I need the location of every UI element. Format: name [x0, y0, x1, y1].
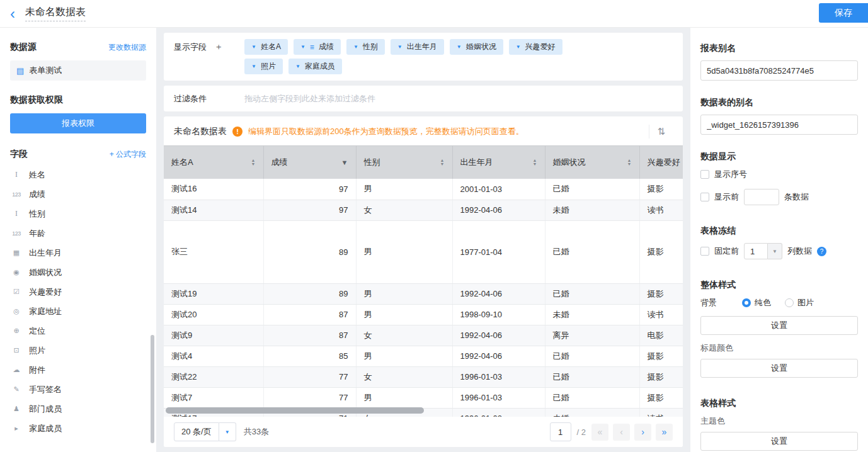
add-field-icon[interactable]: ＋ — [214, 42, 223, 74]
bg-solid-option[interactable]: 纯色 — [742, 297, 771, 308]
table-row: 测试987女1992-04-06离异电影 — [164, 325, 683, 346]
table-cell: 读书 — [639, 200, 683, 220]
table-cell: 女 — [356, 366, 452, 387]
show-index-checkbox[interactable] — [700, 170, 709, 179]
field-item[interactable]: ⊡照片 — [10, 341, 146, 360]
sort-icon[interactable]: ▲▼ — [533, 159, 537, 166]
table-cell: 测试19 — [164, 283, 263, 304]
freeze-checkbox[interactable] — [700, 247, 709, 256]
field-item[interactable]: 123成绩 — [10, 184, 146, 204]
sort-icon[interactable]: ▲▼ — [440, 159, 445, 166]
field-item[interactable]: ☁附件 — [10, 360, 146, 380]
help-icon[interactable]: ? — [817, 247, 826, 256]
column-header[interactable]: 婚姻状况▲▼ — [545, 146, 639, 179]
table-cell: 张三 — [164, 220, 263, 283]
display-field-chip[interactable]: ▼婚姻状况 — [450, 39, 503, 55]
chevron-down-icon[interactable]: ▼ — [768, 243, 782, 259]
field-item[interactable]: ▸家庭成员 — [10, 419, 146, 438]
chevron-down-icon[interactable]: ▼ — [300, 44, 306, 50]
display-field-chip[interactable]: ▼性别 — [346, 39, 385, 55]
field-item[interactable]: 123年龄 — [10, 223, 146, 243]
show-first-checkbox[interactable] — [700, 193, 709, 201]
page-size-select[interactable]: 20 条/页 ▼ — [174, 422, 236, 441]
display-field-chip[interactable]: ▼兴趣爱好 — [509, 39, 562, 55]
checkbox-field-icon: ☑ — [10, 288, 23, 296]
chevron-down-icon[interactable]: ▼ — [516, 44, 521, 50]
row-order-icon[interactable]: ⇅ — [649, 125, 673, 138]
table-alias-input[interactable] — [700, 115, 858, 135]
save-button[interactable]: 保存 — [819, 3, 868, 23]
sort-icon[interactable]: ▲▼ — [251, 159, 256, 166]
table-cell: 摄影 — [639, 387, 683, 408]
chevron-down-icon[interactable]: ▼ — [397, 44, 403, 50]
table-cell: 89 — [263, 283, 356, 304]
report-permission-button[interactable]: 报表权限 — [10, 113, 146, 133]
show-first-count-input[interactable] — [744, 189, 779, 205]
table-row: 测试2277女1996-01-03已婚摄影 — [164, 366, 683, 387]
column-header[interactable]: 兴趣爱好▲▼ — [639, 146, 683, 179]
table-cell: 1992-04-06 — [452, 325, 545, 346]
field-item[interactable]: ✎手写签名 — [10, 380, 146, 399]
field-item[interactable]: I性别 — [10, 204, 146, 223]
theme-color-set-button[interactable]: 设置 — [700, 432, 858, 451]
field-item[interactable]: ⊕定位 — [10, 321, 146, 341]
first-page-button[interactable]: « — [591, 424, 608, 441]
change-datasource-link[interactable]: 更改数据源 — [108, 42, 146, 53]
chevron-down-icon[interactable]: ▼ — [353, 44, 358, 50]
field-label: 成绩 — [29, 189, 45, 200]
report-alias-input[interactable] — [700, 60, 858, 81]
display-field-chip[interactable]: ▼家庭成员 — [288, 59, 342, 74]
field-item[interactable]: ◎家庭地址 — [10, 302, 146, 321]
background-set-button[interactable]: 设置 — [700, 316, 858, 335]
freeze-count-select[interactable]: 1 ▼ — [744, 243, 782, 259]
bg-image-option[interactable]: 图片 — [785, 297, 814, 308]
radio-selected-icon[interactable] — [742, 298, 751, 307]
chevron-down-icon[interactable]: ▼ — [219, 422, 236, 441]
sort-icon[interactable]: ▲▼ — [627, 159, 632, 166]
chip-label: 婚姻状况 — [466, 42, 496, 52]
formula-field-link[interactable]: + 公式字段 — [110, 149, 146, 160]
horizontal-scrollbar[interactable] — [166, 407, 424, 414]
attachment-field-icon: ☁ — [10, 366, 23, 374]
column-header[interactable]: 出生年月▲▼ — [452, 146, 545, 179]
page-total: / 2 — [577, 427, 586, 437]
column-header[interactable]: 姓名A▲▼ — [164, 146, 263, 179]
sidebar-scrollbar[interactable] — [151, 335, 154, 443]
next-page-button[interactable]: › — [634, 424, 651, 441]
table-notice: 编辑界面只取数据源前200条作为查询数据预览，完整数据请访问页面查看。 — [248, 126, 524, 137]
back-icon[interactable]: ‹ — [10, 8, 15, 20]
table-row: 测试1989男1992-04-06已婚摄影 — [164, 283, 683, 304]
page-number-input[interactable] — [550, 422, 571, 441]
total-count: 共33条 — [244, 426, 269, 438]
column-header[interactable]: 性别▲▼ — [356, 146, 452, 179]
field-item[interactable]: I姓名 — [10, 165, 146, 184]
table-cell: 摄影 — [639, 220, 683, 283]
table-cell: 1992-04-06 — [452, 346, 545, 366]
chevron-down-icon[interactable]: ▼ — [251, 64, 256, 69]
column-header[interactable]: 成绩▼ — [263, 146, 356, 179]
display-field-chip[interactable]: ▼照片 — [244, 59, 283, 74]
page-title[interactable]: 未命名数据表 — [25, 6, 86, 21]
filter-panel[interactable]: 过滤条件 拖动左侧字段到此处来添加过滤条件 — [164, 86, 683, 111]
last-page-button[interactable]: » — [656, 424, 673, 441]
field-item[interactable]: ♟部门成员 — [10, 399, 146, 419]
chevron-down-icon[interactable]: ▼ — [251, 44, 256, 50]
table-cell: 1996-01-03 — [452, 387, 545, 408]
datasource-item[interactable]: ▤ 表单测试 — [10, 60, 146, 81]
table-row: 测试2087男1998-09-10未婚读书 — [164, 304, 683, 325]
freeze-count-value: 1 — [744, 243, 768, 259]
chevron-down-icon[interactable]: ▼ — [295, 64, 300, 69]
display-field-chip[interactable]: ▼≡成绩 — [294, 39, 341, 55]
chevron-down-icon[interactable]: ▼ — [457, 44, 462, 50]
field-label: 家庭地址 — [29, 306, 62, 317]
field-item[interactable]: ▦出生年月 — [10, 243, 146, 263]
title-color-set-button[interactable]: 设置 — [700, 359, 858, 378]
expand-arrow-icon: ▸ — [10, 424, 23, 432]
field-item[interactable]: ◉婚姻状况 — [10, 263, 146, 282]
prev-page-button[interactable]: ‹ — [613, 424, 630, 441]
sort-desc-icon[interactable]: ▼ — [341, 159, 348, 166]
radio-unselected-icon[interactable] — [785, 298, 794, 307]
display-field-chip[interactable]: ▼姓名A — [244, 39, 288, 55]
display-field-chip[interactable]: ▼出生年月 — [391, 39, 444, 55]
field-item[interactable]: ☑兴趣爱好 — [10, 282, 146, 302]
